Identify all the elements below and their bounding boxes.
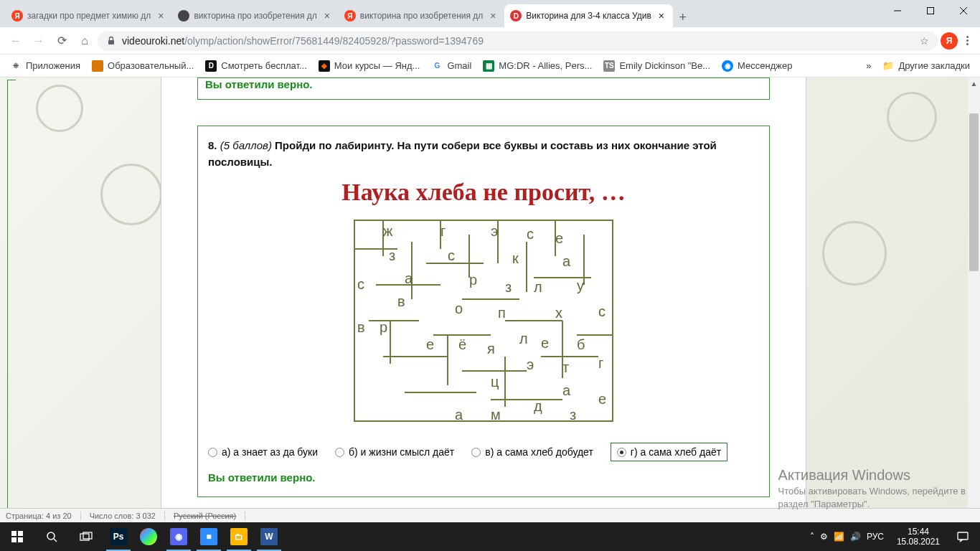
network-icon[interactable]: 📶 <box>834 532 844 542</box>
tab-close[interactable]: × <box>487 10 499 22</box>
volume-icon[interactable]: 🔊 <box>850 532 861 542</box>
taskbar-app-zoom[interactable]: ■ <box>194 522 224 551</box>
browser-menu[interactable] <box>961 36 974 45</box>
system-tray[interactable]: ˄ ⚙ 📶 🔊 РУС <box>806 532 888 542</box>
question-text: 8. (5 баллов) Пройди по лабиринту. На пу… <box>208 138 759 170</box>
bookmark-star-icon[interactable]: ☆ <box>920 35 929 47</box>
task-view-button[interactable] <box>69 522 103 551</box>
nav-reload[interactable]: ⟳ <box>52 31 72 51</box>
language-indicator[interactable]: РУС <box>867 532 884 542</box>
bookmark-icon: TS <box>603 60 615 72</box>
bookmark-icon <box>92 60 103 72</box>
svg-point-36 <box>47 532 55 540</box>
bookmark-6[interactable]: TSEmily Dickinson "Be... <box>599 57 715 75</box>
svg-rect-33 <box>18 531 23 536</box>
answer-option-d-correct[interactable]: г) а сама хлеб даёт <box>611 443 727 461</box>
radio-icon <box>471 448 481 457</box>
window-close[interactable] <box>947 0 980 22</box>
maze-svg <box>347 213 620 428</box>
windows-activation-watermark: Активация Windows Чтобы активировать Win… <box>778 465 966 511</box>
taskbar-app-photoshop[interactable]: Ps <box>103 522 133 551</box>
bookmark-apps[interactable]: ⁜Приложения <box>6 57 85 75</box>
svg-rect-38 <box>80 534 89 540</box>
tray-chevron-icon[interactable]: ˄ <box>810 532 814 542</box>
search-button[interactable] <box>34 522 69 551</box>
url-text: videouroki.net/olymp/action/showError/75… <box>122 35 914 47</box>
action-center-button[interactable] <box>948 522 977 551</box>
prev-question-result: Вы ответили верно. <box>197 77 770 100</box>
bookmark-1[interactable]: Образовательный... <box>88 57 198 75</box>
taskbar-clock[interactable]: 15:44 15.08.2021 <box>891 527 946 547</box>
status-page: Страница: 4 из 20 <box>6 512 81 520</box>
status-words: Число слов: 3 032 <box>90 512 165 520</box>
result-text: Вы ответили верно. <box>208 471 759 484</box>
taskbar-app-word[interactable]: W <box>254 522 284 551</box>
bookmark-icon: ◆ <box>319 60 330 72</box>
bookmark-icon: D <box>205 60 217 72</box>
nav-forward[interactable]: → <box>29 31 49 51</box>
tab-favicon: D <box>510 10 522 22</box>
bookmark-other-folder[interactable]: 📁Другие закладки <box>878 57 974 74</box>
tab-favicon: Я <box>11 10 23 22</box>
address-bar[interactable]: videouroki.net/olymp/action/showError/75… <box>98 31 938 51</box>
tab-3-active[interactable]: D Викторина для 3-4 класса Удив × <box>504 4 673 27</box>
answer-option-a[interactable]: а) а знает аз да буки <box>208 446 318 458</box>
svg-line-37 <box>54 539 57 542</box>
scroll-thumb[interactable] <box>969 113 979 271</box>
start-button[interactable] <box>0 522 34 551</box>
nav-back[interactable]: ← <box>6 31 26 51</box>
taskbar-app-discord[interactable]: ◉ <box>164 522 194 551</box>
tab-1[interactable]: викторина про изобретения дл × <box>172 4 338 27</box>
bookmark-7[interactable]: ◉Мессенджер <box>717 57 796 75</box>
yandex-extension-icon[interactable]: Я <box>941 32 958 50</box>
window-maximize[interactable] <box>914 0 947 22</box>
bookmark-icon: G <box>431 60 443 72</box>
left-border-decoration <box>7 80 16 520</box>
tab-0[interactable]: Я загадки про предмет химию дл × <box>6 4 172 27</box>
tab-2[interactable]: Я викторина про изобретения дл × <box>339 4 504 27</box>
page-scrollbar[interactable]: ▲ ▼ <box>968 77 980 522</box>
windows-taskbar: Ps ◉ ■ 🗀 W ˄ ⚙ 📶 🔊 РУС 15:44 15.08.2021 <box>0 522 980 551</box>
taskbar-app-paint[interactable] <box>133 522 164 551</box>
folder-icon: 📁 <box>882 60 894 71</box>
answer-options: а) а знает аз да буки б) и жизни смысл д… <box>208 443 759 461</box>
bookmark-4[interactable]: GGmail <box>427 57 476 75</box>
svg-rect-39 <box>83 532 92 539</box>
wifi-icon[interactable]: ⚙ <box>820 532 828 542</box>
page-content: Вы ответили верно. 8. (5 баллов) Пройди … <box>0 77 980 522</box>
tab-favicon <box>178 10 189 22</box>
bookmarks-bar: ⁜Приложения Образовательный... DСмотреть… <box>0 55 980 77</box>
apps-icon: ⁜ <box>10 60 22 72</box>
answer-option-c[interactable]: в) а сама хлеб добудет <box>471 446 593 458</box>
new-tab-button[interactable]: + <box>673 7 693 27</box>
bookmark-2[interactable]: DСмотреть бесплат... <box>201 57 311 75</box>
taskbar-app-explorer[interactable]: 🗀 <box>224 522 254 551</box>
toolbar: ← → ⟳ ⌂ videouroki.net/olymp/action/show… <box>0 27 980 55</box>
radio-icon <box>208 448 217 457</box>
nav-home[interactable]: ⌂ <box>75 31 95 51</box>
bookmark-3[interactable]: ◆Мои курсы — Янд... <box>314 57 425 75</box>
question-8-box: 8. (5 баллов) Пройди по лабиринту. На пу… <box>197 126 770 497</box>
svg-rect-35 <box>18 537 23 542</box>
tab-close[interactable]: × <box>656 10 667 22</box>
svg-rect-4 <box>108 40 114 44</box>
tab-favicon: Я <box>344 10 356 22</box>
maze-image: ж г э с е з с к а с а р з л у в о <box>208 213 759 428</box>
tab-title: Викторина для 3-4 класса Удив <box>526 11 651 21</box>
bookmark-icon: ▦ <box>483 60 494 72</box>
bookmark-icon: ◉ <box>722 60 733 72</box>
window-minimize[interactable] <box>881 0 914 22</box>
quiz-panel: Вы ответили верно. 8. (5 баллов) Пройди … <box>161 77 806 522</box>
svg-rect-1 <box>928 8 934 14</box>
svg-rect-40 <box>958 532 968 540</box>
bookmark-5[interactable]: ▦MG:DR - Allies, Pers... <box>479 57 596 75</box>
answer-option-b[interactable]: б) и жизни смысл даёт <box>335 446 454 458</box>
maze-title: Наука хлеба не просит, … <box>208 179 759 206</box>
tab-close[interactable]: × <box>321 10 333 22</box>
tab-title: викторина про изобретения дл <box>194 11 316 21</box>
tab-close[interactable]: × <box>155 10 166 22</box>
scroll-up-icon[interactable]: ▲ <box>968 77 980 90</box>
svg-rect-34 <box>11 537 17 542</box>
tab-strip: Я загадки про предмет химию дл × виктори… <box>0 0 980 27</box>
bookmarks-overflow[interactable]: » <box>862 57 875 74</box>
